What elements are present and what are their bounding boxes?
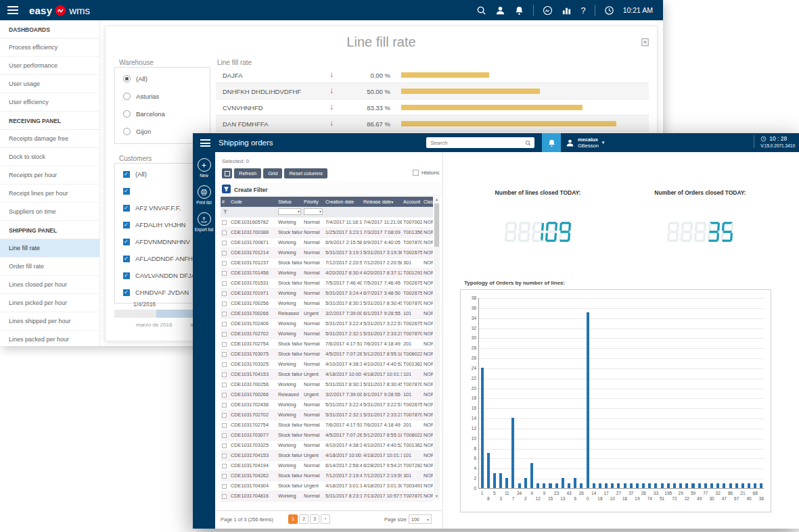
order-code[interactable]: CDE1031701237 xyxy=(229,258,277,268)
order-row[interactable]: CDE1031700266ReleasedUrgent3/2/2017 7:39… xyxy=(221,389,433,400)
order-account[interactable]: T002675 xyxy=(402,400,422,410)
order-code[interactable]: CDE1031701214 xyxy=(229,247,277,258)
page-button-3[interactable]: 3 xyxy=(310,514,319,524)
order-code[interactable]: CDE1031704153 xyxy=(229,369,277,379)
radio-icon[interactable] xyxy=(123,128,131,135)
checkbox-icon[interactable] xyxy=(123,239,130,245)
row-checkbox[interactable] xyxy=(222,494,227,499)
row-checkbox[interactable] xyxy=(222,443,227,448)
row-checkbox[interactable] xyxy=(222,312,227,316)
user-icon[interactable] xyxy=(495,5,505,16)
warehouse-option-barcelona[interactable]: Barcelona xyxy=(115,105,210,122)
column-header-priority[interactable]: Priority xyxy=(302,197,324,207)
row-checkbox[interactable] xyxy=(222,251,227,256)
row-checkbox[interactable] xyxy=(222,403,227,408)
page-next-button[interactable]: › xyxy=(321,514,330,524)
order-row[interactable]: CDE1031702702WorkingNormal5/31/2017 2:32… xyxy=(221,410,433,420)
order-row[interactable]: CDE1031702406WorkingNormal5/31/2017 3:22… xyxy=(221,318,433,329)
order-row[interactable]: CDE1031700871WorkingNormal6/9/2017 2:15:… xyxy=(221,237,433,247)
order-code[interactable]: CDE1031700871 xyxy=(229,237,277,247)
order-code[interactable]: CDE1031704262 xyxy=(229,470,277,481)
order-account[interactable]: 201 xyxy=(402,420,422,430)
order-code[interactable]: CDE1031702754 xyxy=(229,339,277,349)
order-account[interactable]: T007282 xyxy=(402,460,422,470)
column-header-code[interactable]: Code xyxy=(229,197,277,207)
menu-icon[interactable] xyxy=(200,139,210,147)
order-code[interactable]: CDE1031704194 xyxy=(229,460,277,470)
row-checkbox[interactable] xyxy=(222,383,227,387)
sidebar-item-dock-to-stock[interactable]: Dock to stock xyxy=(0,148,99,166)
export-report-icon[interactable] xyxy=(640,37,650,47)
toolbar-print-list-button[interactable]: Print list xyxy=(193,185,215,205)
order-row[interactable]: CDE1031701456WorkingNormal4/20/2017 8:30… xyxy=(221,268,433,278)
column-header-blank[interactable]: # xyxy=(221,197,229,207)
order-row[interactable]: CDE1031702436WorkingNormal5/31/2017 3:22… xyxy=(221,400,433,410)
scrollbar-thumb[interactable] xyxy=(434,203,439,247)
order-row[interactable]: CDE1031703075Stock failureNormal4/5/2017… xyxy=(221,349,433,359)
radio-icon[interactable] xyxy=(123,75,131,82)
column-header-account[interactable]: Account xyxy=(402,197,422,207)
user-menu[interactable]: mecalux GBesson ▾ xyxy=(566,133,604,152)
row-checkbox[interactable] xyxy=(222,362,227,367)
sidebar-item-receipts-per-hour[interactable]: Receipts per hour xyxy=(0,166,99,185)
menu-icon[interactable] xyxy=(7,6,18,14)
filter-cell-blank[interactable] xyxy=(221,207,229,217)
order-code[interactable]: CDE1031703077 xyxy=(229,430,277,440)
checkbox-icon[interactable] xyxy=(123,205,130,212)
select-all-button[interactable] xyxy=(222,168,232,178)
row-checkbox[interactable] xyxy=(222,220,227,225)
order-row[interactable]: CDE1031703325WorkingNormal4/10/2017 4:38… xyxy=(221,440,433,450)
row-checkbox[interactable] xyxy=(222,413,227,418)
order-account[interactable]: 301 xyxy=(402,258,422,268)
row-checkbox[interactable] xyxy=(222,271,227,276)
filter-dropdown[interactable]: ▾ xyxy=(278,208,301,215)
order-row[interactable]: CDE1031701971WorkingNormal5/31/2017 3:24… xyxy=(221,288,433,298)
column-header-status[interactable]: Status xyxy=(277,197,302,207)
sidebar-item-lines-closed-per-hour[interactable]: Lines closed per hour xyxy=(0,276,99,294)
bell-icon[interactable] xyxy=(514,5,524,16)
order-code[interactable]: CDE1031704304 xyxy=(229,481,277,491)
checkbox-icon[interactable] xyxy=(123,256,130,262)
filter-cell-priority[interactable]: ▾ xyxy=(302,207,324,217)
order-account[interactable]: 201 xyxy=(402,339,422,349)
radio-icon[interactable] xyxy=(123,110,131,118)
order-code[interactable]: CDE1031702702 xyxy=(229,410,277,420)
order-code[interactable]: CDE1031605782 xyxy=(229,217,277,227)
order-account[interactable]: T007002 xyxy=(402,217,422,227)
sidebar-item-lines-packed-per-hour[interactable]: Lines packed per hour xyxy=(0,331,99,346)
button-refresh[interactable]: Refresh xyxy=(234,168,261,178)
row-checkbox[interactable] xyxy=(222,393,227,397)
order-row[interactable]: CDE1031700256WorkingNormal5/31/2017 8:30… xyxy=(221,379,433,389)
checkbox-icon[interactable] xyxy=(123,272,130,279)
order-row[interactable]: CDE1031703077Stock failureNormal4/5/2017… xyxy=(221,430,433,440)
order-account[interactable]: T001362 xyxy=(402,440,422,450)
historic-checkbox[interactable] xyxy=(413,170,419,176)
order-account[interactable]: T002675 xyxy=(402,247,422,258)
column-header-class[interactable]: Class xyxy=(422,197,433,207)
historic-toggle[interactable]: Historic xyxy=(413,170,440,176)
row-checkbox[interactable] xyxy=(222,433,227,438)
row-checkbox[interactable] xyxy=(222,322,227,327)
order-code[interactable]: CDE1031702436 xyxy=(229,400,277,410)
sidebar-item-user-usage[interactable]: User usage xyxy=(0,75,99,93)
order-row[interactable]: CDE1031704816WorkingNormal5/31/2017 8:23… xyxy=(221,491,433,501)
order-code[interactable]: CDE1031700388 xyxy=(229,227,277,237)
row-checkbox[interactable] xyxy=(222,454,227,458)
sidebar-item-suppliers-on-time[interactable]: Suppliers on time xyxy=(0,203,99,221)
sidebar-item-lines-shipped-per-hour[interactable]: Lines shipped per hour xyxy=(0,312,99,331)
order-account[interactable]: 101 xyxy=(402,450,422,460)
order-account[interactable]: T002675 xyxy=(402,278,422,288)
row-checkbox[interactable] xyxy=(222,301,227,306)
order-account[interactable]: T001293 xyxy=(402,268,422,278)
order-account[interactable]: 301 xyxy=(402,470,422,481)
checkbox-icon[interactable] xyxy=(123,188,130,195)
order-account[interactable]: T003491 xyxy=(402,481,422,491)
order-account[interactable]: T007870 xyxy=(402,410,422,420)
order-account[interactable]: T007870 xyxy=(402,237,422,247)
sidebar-item-line-fill-rate[interactable]: Line fill rate xyxy=(0,239,99,258)
order-code[interactable]: CDE1031700266 xyxy=(229,389,277,400)
radio-icon[interactable] xyxy=(123,93,131,100)
order-code[interactable]: CDE1031703075 xyxy=(229,349,277,359)
order-row[interactable]: CDE1031703325WorkingNormal4/10/2017 4:38… xyxy=(221,359,433,369)
order-row[interactable]: CDE1031700388Stock failureNormal1/25/201… xyxy=(221,227,433,237)
